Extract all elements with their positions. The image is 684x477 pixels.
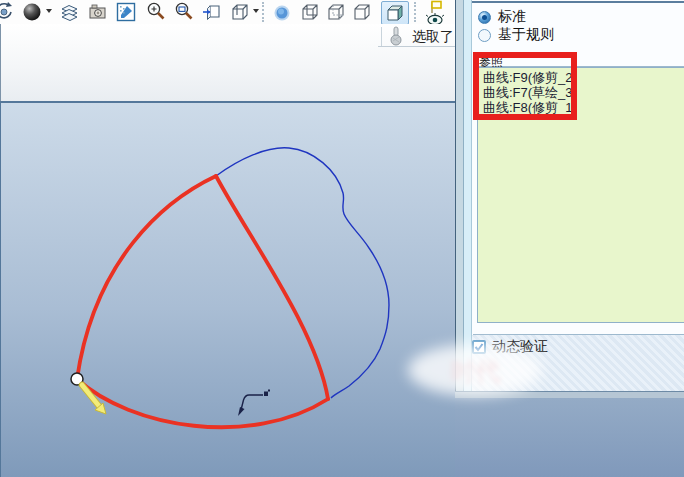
layers-button[interactable]	[58, 1, 82, 23]
render-image-button[interactable]	[86, 1, 110, 23]
panel-lower-area: 动态验证	[472, 335, 684, 391]
material-blob-icon	[271, 1, 293, 23]
list-item[interactable]: 曲线:F8(修剪_1)	[478, 100, 684, 115]
sketch-edit-button[interactable]	[114, 1, 138, 23]
zoom-in-icon	[145, 1, 167, 23]
option-rule-based[interactable]: 基于规则	[478, 27, 554, 43]
blue-curve	[216, 148, 389, 398]
prompt-bar: 选取了	[0, 24, 456, 101]
zoom-window-button[interactable]	[172, 1, 196, 23]
drawing-canvas[interactable]	[0, 101, 455, 477]
sketch-geometry	[1, 103, 455, 477]
dynamic-validate-label: 动态验证	[492, 338, 548, 356]
list-item[interactable]: 曲线:F7(草绘_3)	[478, 85, 684, 100]
wireframe-cube-icon	[351, 1, 373, 23]
rotate-view-icon	[0, 1, 14, 23]
status-message: 选取了	[412, 28, 454, 46]
red-curve-bottom	[77, 379, 328, 427]
selection-status: 选取了	[381, 26, 456, 48]
option-standard-label: 标准	[498, 8, 526, 26]
toolbar-separator	[414, 2, 419, 22]
zoom-window-icon	[173, 1, 195, 23]
zoom-fit-button[interactable]	[200, 1, 224, 23]
radio-selected-icon[interactable]	[478, 11, 491, 24]
render-image-icon	[87, 1, 109, 23]
main-toolbar	[0, 0, 455, 24]
red-curve-left	[77, 176, 216, 379]
list-item[interactable]: 曲线:F9(修剪_2)	[478, 70, 684, 85]
sketch-edit-icon	[115, 1, 137, 23]
material-blob-button[interactable]	[270, 1, 294, 23]
shaded-sphere-icon	[21, 1, 43, 23]
view-cube-icon	[229, 1, 251, 23]
wireframe-view-2-button[interactable]	[324, 1, 348, 23]
wireframe-view-1-button[interactable]	[298, 1, 322, 23]
left-column: 选取了	[0, 0, 455, 477]
wireframe-view-3-button[interactable]	[350, 1, 374, 23]
dynamic-validate-option[interactable]: 动态验证	[472, 338, 548, 356]
status-underline	[378, 46, 456, 47]
direction-arrow	[82, 385, 106, 414]
wireframe-cube-icon	[299, 1, 321, 23]
checkbox-checked-icon[interactable]	[472, 340, 486, 354]
shaded-cube-icon	[384, 2, 406, 24]
option-rule-based-label: 基于规则	[498, 26, 554, 44]
red-curve-chord	[216, 176, 328, 399]
zoom-fit-icon	[201, 1, 223, 23]
sketch-axes-glyph	[238, 390, 270, 417]
feature-options-panel: 标准 基于规则 参照 曲线:F9(修剪_2) 曲线:F7(草绘_3) 曲线:F8…	[472, 0, 684, 391]
option-standard[interactable]: 标准	[478, 9, 526, 25]
window-background	[455, 391, 684, 477]
shaded-sphere-button[interactable]	[20, 1, 44, 23]
rotate-view-button[interactable]	[0, 1, 15, 23]
zoom-in-button[interactable]	[144, 1, 168, 23]
reference-list[interactable]: 曲线:F9(修剪_2) 曲线:F7(草绘_3) 曲线:F8(修剪_1)	[477, 67, 684, 323]
shaded-view-button[interactable]	[381, 1, 409, 25]
wireframe-cube-icon	[325, 1, 347, 23]
cad-application-window: 选取了	[0, 0, 684, 477]
view-cube-dropdown-arrow[interactable]	[253, 9, 259, 13]
toolbar-separator	[262, 2, 267, 22]
panel-top-divider	[472, 1, 684, 3]
panel-splitter[interactable]	[455, 0, 472, 391]
radio-unselected-icon[interactable]	[478, 29, 491, 42]
status-separator	[381, 27, 382, 47]
view-cube-button[interactable]	[228, 1, 252, 23]
sphere-dropdown-arrow[interactable]	[46, 9, 52, 13]
layers-icon	[59, 1, 81, 23]
